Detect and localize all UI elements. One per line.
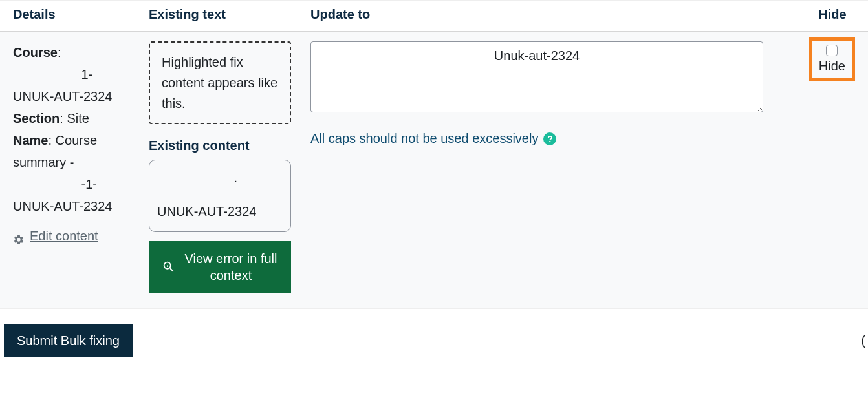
caps-warning-text: All caps should not be used excessively bbox=[310, 131, 538, 146]
header-details: Details bbox=[13, 7, 149, 22]
name-value-3: UNUK-AUT-2324 bbox=[13, 199, 112, 213]
edit-content-label: Edit content bbox=[30, 225, 98, 247]
zoom-in-icon bbox=[162, 260, 176, 274]
submit-bulk-fixing-button[interactable]: Submit Bulk fixing bbox=[4, 324, 133, 357]
gear-icon bbox=[13, 230, 25, 242]
existing-content-line-2: UNUK-AUT-2324 bbox=[157, 200, 283, 222]
header-update: Update to bbox=[310, 7, 810, 22]
header-hide: Hide bbox=[810, 7, 855, 22]
course-value-1 bbox=[13, 67, 81, 81]
table-row: Course: 1- UNUK-AUT-2324 Section: Site N… bbox=[0, 32, 868, 309]
section-label: Section bbox=[13, 111, 60, 125]
name-label: Name bbox=[13, 133, 48, 147]
hide-highlight-box: Hide bbox=[809, 37, 855, 81]
existing-cell: Highlighted fix content appears like thi… bbox=[149, 41, 310, 293]
highlighted-fix-box: Highlighted fix content appears like thi… bbox=[149, 41, 291, 124]
update-cell: All caps should not be used excessively … bbox=[310, 41, 809, 293]
hide-checkbox-label: Hide bbox=[819, 59, 845, 74]
update-textarea[interactable] bbox=[310, 41, 763, 112]
footer: Submit Bulk fixing ( bbox=[0, 309, 868, 357]
existing-content-line-1: . bbox=[157, 167, 283, 189]
caps-warning: All caps should not be used excessively … bbox=[310, 131, 809, 146]
course-value-2: UNUK-AUT-2324 bbox=[13, 89, 112, 103]
trailing-char: ( bbox=[861, 333, 868, 348]
view-error-label: View error in full context bbox=[184, 250, 278, 284]
details-cell: Course: 1- UNUK-AUT-2324 Section: Site N… bbox=[13, 41, 149, 293]
hide-cell: Hide bbox=[809, 41, 855, 293]
existing-content-box: . UNUK-AUT-2324 bbox=[149, 160, 291, 232]
view-error-button[interactable]: View error in full context bbox=[149, 241, 291, 293]
help-icon[interactable]: ? bbox=[543, 132, 556, 145]
edit-content-link[interactable]: Edit content bbox=[13, 225, 98, 247]
existing-content-label: Existing content bbox=[149, 138, 310, 153]
course-label: Course bbox=[13, 45, 58, 59]
section-value: Site bbox=[67, 111, 89, 125]
hide-checkbox[interactable] bbox=[826, 45, 838, 56]
name-value-2: -1- bbox=[81, 177, 97, 191]
header-existing: Existing text bbox=[149, 7, 310, 22]
table-header: Details Existing text Update to Hide bbox=[0, 0, 868, 32]
